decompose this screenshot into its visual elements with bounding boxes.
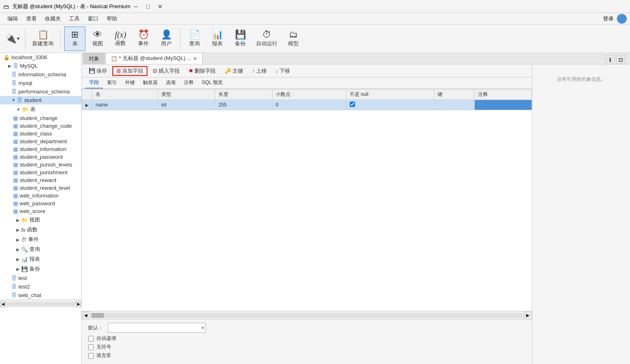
new-query-button[interactable]: 📋 新建查询 [29, 27, 57, 51]
field-length-cell[interactable]: 255 [215, 100, 272, 110]
delete-field-button[interactable]: ✖ 删除字段 [185, 66, 219, 76]
web-chat-db-icon: 🗄 [11, 292, 17, 298]
menu-tools[interactable]: 工具 [65, 13, 84, 24]
table-web-password[interactable]: ▦ web_password [0, 200, 81, 207]
sidebar-backup-folder[interactable]: ▶ 💾 备份 [0, 264, 81, 274]
user-button[interactable]: 👤 用户 [156, 27, 177, 51]
move-up-button[interactable]: ↑ 上移 [248, 66, 270, 76]
primary-key-button[interactable]: 🔑 主键 [221, 66, 247, 76]
tab-editor[interactable]: 📋 * 无标题 @student (MySQL) ... ✕ [105, 53, 203, 64]
menu-favorites[interactable]: 收藏夹 [41, 13, 65, 24]
backup-folder-icon: 💾 [21, 266, 28, 272]
field-name-cell[interactable]: name [92, 100, 158, 110]
autorun-button[interactable]: ⏱ 自动运行 [252, 27, 281, 51]
table-student-punish-levels[interactable]: ▦ student_punish_levels [0, 161, 81, 169]
field-not-null-cell[interactable] [346, 100, 434, 110]
subtab-comments[interactable]: 注释 [180, 78, 198, 89]
sidebar-student[interactable]: ▼ 🗄 student [0, 96, 81, 104]
scroll-right-btn[interactable]: ▶ [524, 311, 532, 320]
backup-button[interactable]: 💾 备份 [230, 27, 251, 51]
field-key-cell[interactable] [434, 100, 474, 110]
insert-field-button[interactable]: ⊟ 插入字段 [149, 66, 183, 76]
table-student-department[interactable]: ▦ student_department [0, 138, 81, 145]
sidebar-mysql-db[interactable]: 🗄 mysql [0, 79, 81, 87]
view-button[interactable]: 👁 视图 [87, 27, 108, 51]
login-button[interactable]: 登录 [603, 15, 614, 22]
not-null-checkbox[interactable] [350, 102, 355, 107]
table-student-punishment[interactable]: ▦ student_punishment [0, 169, 81, 176]
subtab-foreign-keys[interactable]: 外键 [121, 78, 139, 89]
table-student-class[interactable]: ▦ student_class [0, 130, 81, 138]
unsigned-checkbox[interactable] [88, 344, 94, 350]
connect-dropdown[interactable]: 🔌 ▾ [3, 32, 22, 45]
move-down-button[interactable]: ↓ 下移 [272, 66, 294, 76]
menu-help[interactable]: 帮助 [103, 13, 121, 24]
scroll-left-btn[interactable]: ◀ [82, 311, 90, 320]
sidebar-reports-folder[interactable]: ▶ 📊 报表 [0, 254, 81, 264]
function-button[interactable]: f(x) 函数 [110, 27, 131, 51]
event-button[interactable]: ⏰ 事件 [133, 27, 154, 51]
field-type-cell[interactable]: int [158, 100, 215, 110]
mysql-expand-icon: ▶ [8, 64, 11, 68]
menu-edit[interactable]: 编辑 [3, 13, 22, 24]
minimize-button[interactable]: ─ [130, 2, 141, 11]
table-student-information[interactable]: ▦ student_information [0, 145, 81, 153]
table-icon-3: ▦ [13, 131, 18, 137]
table-student-change-code[interactable]: ▦ student_change_code [0, 122, 81, 130]
sidebar-tables-folder[interactable]: ▼ 📁 表 [0, 104, 81, 114]
sidebar-performance-schema[interactable]: 🗄 performance_schema [0, 87, 81, 96]
report-button[interactable]: 📊 报表 [207, 27, 228, 51]
model-button[interactable]: 🗂 模型 [283, 27, 304, 51]
subtab-options[interactable]: 选项 [162, 78, 180, 89]
subtab-fields[interactable]: 字段 [85, 78, 103, 89]
table-button[interactable]: ⊞ 表 [64, 27, 85, 51]
sidebar-functions-folder[interactable]: ▶ fx 函数 [0, 225, 81, 235]
close-button[interactable]: ✕ [155, 2, 165, 11]
save-button[interactable]: 💾 保存 [85, 66, 111, 76]
user-avatar [617, 14, 627, 24]
col-length: 长度 [215, 89, 272, 100]
field-comment-cell[interactable] [474, 100, 532, 110]
info-schema-icon: 🗄 [11, 71, 17, 78]
scroll-thumb[interactable] [92, 313, 104, 318]
sidebar-scroll-right[interactable]: ▶ [76, 301, 81, 307]
sidebar-views-folder[interactable]: ▶ 📁 视图 [0, 215, 81, 225]
scroll-track[interactable] [91, 313, 523, 318]
sidebar-queries-folder[interactable]: ▶ 🔍 查询 [0, 244, 81, 254]
table-web-score[interactable]: ▦ web_score [0, 207, 81, 215]
tab-editor-close[interactable]: ✕ [193, 55, 197, 62]
sidebar-test2[interactable]: 🗄 test2 [0, 282, 81, 291]
reports-folder-icon: 📊 [21, 256, 28, 262]
table-student-password[interactable]: ▦ student_password [0, 153, 81, 161]
sidebar-connection[interactable]: 🔒 localhost_3306 [0, 53, 81, 62]
query-button[interactable]: 📄 查询 [184, 27, 205, 51]
field-decimal-cell[interactable]: 0 [272, 100, 346, 110]
preview-panel-button[interactable]: ⊡ [616, 55, 625, 64]
add-field-button[interactable]: ⊞ 添加字段 [112, 66, 147, 76]
subtab-indexes[interactable]: 索引 [103, 78, 121, 89]
menu-window[interactable]: 窗口 [84, 13, 103, 24]
sidebar-mysql[interactable]: ▶ 🗄 MySQL [0, 62, 81, 70]
sidebar-scroll-left[interactable]: ◀ [0, 301, 6, 307]
sidebar-scrollbar[interactable]: ◀ ▶ [0, 300, 81, 308]
zerofill-checkbox[interactable] [88, 353, 94, 359]
subtab-triggers[interactable]: 触发器 [139, 78, 162, 89]
table-student-reward[interactable]: ▦ student_reward [0, 176, 81, 184]
tab-object[interactable]: 对象 [83, 53, 105, 64]
sidebar-information-schema[interactable]: 🗄 information_schema [0, 70, 81, 79]
sidebar-web-chat[interactable]: 🗄 web_chat [0, 291, 81, 300]
subtab-sql-preview[interactable]: SQL 预览 [198, 78, 227, 89]
sidebar-events-folder[interactable]: ▶ ⏱ 事件 [0, 235, 81, 244]
table-student-change[interactable]: ▦ student_change [0, 114, 81, 122]
sidebar-test[interactable]: 🗄 test [0, 274, 81, 282]
menu-view[interactable]: 查看 [22, 13, 41, 24]
table-web-information[interactable]: ▦ web_information [0, 192, 81, 200]
backup-expand-icon: ▶ [16, 267, 20, 271]
maximize-button[interactable]: □ [143, 2, 153, 11]
info-panel-button[interactable]: ℹ [605, 55, 614, 64]
table-row[interactable]: ▶ name int 255 0 [82, 100, 532, 110]
user-label: 用户 [161, 40, 172, 47]
default-select[interactable]: ▾ [108, 323, 206, 333]
table-student-reward-level[interactable]: ▦ student_reward_level [0, 184, 81, 192]
auto-increment-checkbox[interactable] [88, 336, 94, 342]
